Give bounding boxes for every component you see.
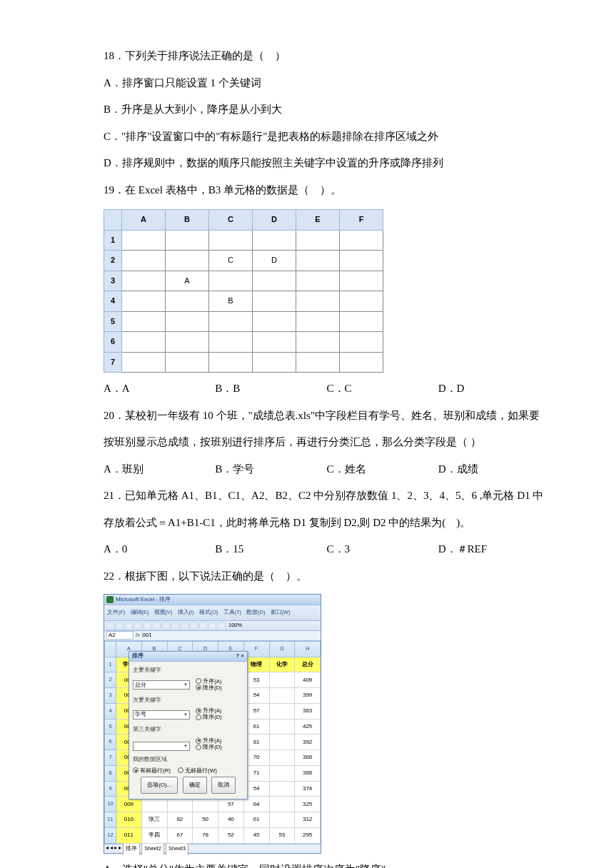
radio-desc[interactable] — [196, 685, 201, 690]
q19-opt-b: B．B — [215, 375, 326, 403]
toolbar-button[interactable] — [181, 622, 188, 630]
secondary-key-dropdown[interactable]: 学号▼ — [133, 710, 190, 720]
q21-opt-c: C．3 — [327, 536, 438, 563]
toolbar-button[interactable] — [218, 622, 226, 630]
q20-opt-d: D．成绩 — [438, 456, 550, 483]
cancel-button[interactable]: 取消 — [211, 777, 236, 794]
q18-opt-b: B．升序是从大到小，降序是从小到大 — [104, 96, 550, 123]
third-key-dropdown[interactable]: ▼ — [133, 742, 190, 751]
toolbar-button[interactable] — [162, 622, 170, 630]
toolbar-button[interactable] — [171, 622, 179, 630]
sort-dialog: 排序 ? × 主要关键字 总分▼ 升序(A) 降序(D) — [129, 651, 248, 799]
q21-stem: 21．已知单元格 A1、B1、C1、A2、B2、C2 中分别存放数值 1、2、3… — [104, 483, 550, 536]
secondary-key-label: 次要关键字 — [133, 694, 243, 707]
radio-desc-2[interactable] — [196, 715, 201, 720]
chevron-down-icon: ▼ — [183, 710, 188, 720]
excel-icon — [106, 596, 114, 603]
radio-asc[interactable] — [196, 678, 201, 684]
excel-menubar: 文件(F) 编辑(E) 视图(V) 插入(I) 格式(O) 工具(T) 数据(D… — [104, 605, 321, 621]
toolbar-button[interactable] — [208, 622, 216, 630]
excel-formula-bar: A2 fx 001 — [104, 631, 321, 641]
q20-stem: 20．某校初一年级有 10 个班，"成绩总表.xls"中字段栏目有学号、姓名、班… — [104, 403, 550, 456]
q21-opt-d: D．＃REF — [438, 536, 550, 563]
q20-opt-b: B．学号 — [215, 456, 326, 483]
menu-edit[interactable]: 编辑(E) — [131, 606, 149, 620]
menu-data[interactable]: 数据(D) — [246, 606, 265, 620]
radio-no-header[interactable] — [178, 767, 183, 773]
menu-format[interactable]: 格式(O) — [199, 606, 218, 620]
options-button[interactable]: 选项(O)... — [141, 777, 178, 794]
dialog-title-text: 排序 — [132, 649, 144, 663]
q22-excel-screenshot: Microsoft Excel - 排序 文件(F) 编辑(E) 视图(V) 插… — [104, 594, 321, 854]
radio-has-header[interactable] — [133, 767, 139, 773]
sheet-tab[interactable]: Sheet2 — [141, 842, 164, 856]
q18-opt-d: D．排序规则中，数据的顺序只能按照主关键字中设置的升序或降序排列 — [104, 150, 550, 177]
sheet-tabs: ◂ ◂ ▸ ▸ 排序 Sheet2 Sheet3 — [104, 844, 321, 853]
primary-key-dropdown[interactable]: 总分▼ — [133, 680, 190, 690]
q18-opt-c: C．"排序"设置窗口中的"有标题行"是把表格的标题排除在排序区域之外 — [104, 123, 550, 151]
menu-window[interactable]: 窗口(W) — [271, 606, 291, 620]
q20-opt-c: C．姓名 — [327, 456, 438, 483]
radio-asc-2[interactable] — [196, 708, 201, 714]
radio-desc-3[interactable] — [196, 745, 201, 750]
q21-opt-b: B．15 — [215, 536, 326, 563]
region-label: 我的数据区域 — [133, 753, 243, 767]
q21-opt-a: A．0 — [104, 536, 215, 563]
q19-options: A．A B．B C．C D．D — [104, 375, 550, 403]
chevron-down-icon: ▼ — [183, 741, 188, 752]
q19-opt-d: D．D — [438, 375, 550, 403]
sheet-tab[interactable]: 排序 — [123, 842, 140, 856]
q18-opt-a: A．排序窗口只能设置 1 个关键词 — [104, 70, 550, 97]
menu-insert[interactable]: 插入(I) — [178, 606, 194, 620]
toolbar-button[interactable] — [199, 622, 207, 630]
excel-title: Microsoft Excel - 排序 — [116, 592, 171, 607]
q19-excel-table: A B C D E F 1 2CD 3A 4B 5 6 7 — [104, 209, 383, 373]
excel-titlebar: Microsoft Excel - 排序 — [104, 595, 321, 605]
menu-file[interactable]: 文件(F) — [107, 606, 126, 620]
q20-opt-a: A．班别 — [104, 456, 215, 483]
menu-tools[interactable]: 工具(T) — [223, 606, 242, 620]
chevron-down-icon: ▼ — [183, 680, 188, 690]
q19-stem: 19．在 Excel 表格中，B3 单元格的数据是（ ）。 — [104, 177, 550, 204]
menu-view[interactable]: 视图(V) — [154, 606, 173, 620]
third-key-label: 第三关键字 — [133, 723, 243, 737]
q21-options: A．0 B．15 C．3 D．＃REF — [104, 536, 550, 563]
name-box[interactable]: A2 — [106, 631, 134, 640]
toolbar-button[interactable] — [190, 622, 198, 630]
q19-opt-c: C．C — [327, 375, 438, 403]
primary-key-label: 主要关键字 — [133, 664, 243, 677]
toolbar-button[interactable] — [125, 622, 133, 630]
sheet-tab[interactable]: Sheet3 — [166, 842, 188, 856]
radio-asc-3[interactable] — [196, 738, 201, 744]
dialog-close-icon[interactable]: ? × — [236, 649, 244, 663]
q18-stem: 18．下列关于排序说法正确的是（ ） — [104, 43, 550, 70]
ok-button[interactable]: 确定 — [183, 777, 207, 794]
q19-opt-a: A．A — [104, 375, 215, 403]
q22-opt-a: A．选择"总分"作为主要关键字，同时设置排序次序为"降序" — [104, 857, 550, 869]
toolbar-button[interactable] — [116, 622, 124, 630]
q22-stem: 22．根据下图，以下说法正确的是（ ）。 — [104, 563, 550, 590]
q20-options: A．班别 B．学号 C．姓名 D．成绩 — [104, 456, 550, 483]
toolbar-button[interactable] — [153, 622, 161, 630]
